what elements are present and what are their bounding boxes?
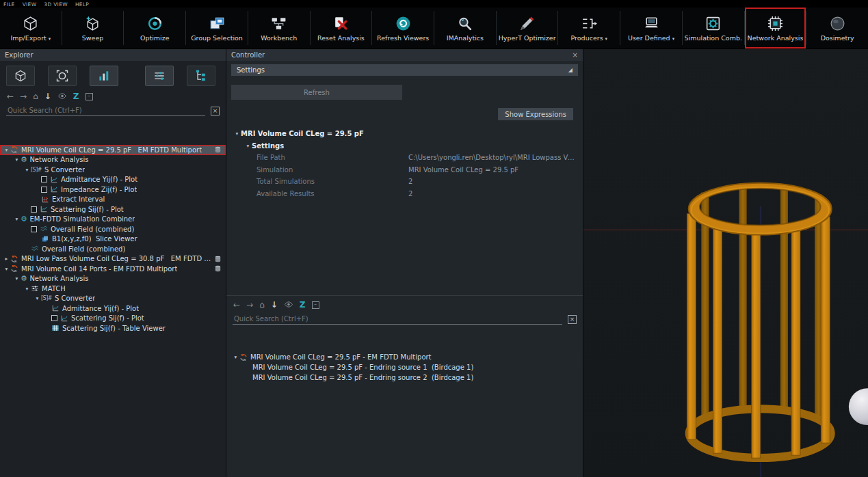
- expand-open-icon[interactable]: ▾: [13, 275, 21, 282]
- clear-search-icon[interactable]: ×: [211, 107, 220, 115]
- tree-item[interactable]: Overall Field (combined): [0, 224, 226, 234]
- toolbar-item-reset-analysis[interactable]: Reset Analysis: [311, 8, 372, 49]
- dropdown-arrow-icon[interactable]: ▾: [49, 36, 51, 42]
- toolbar-item-network-analysis[interactable]: Network Analysis: [745, 8, 806, 49]
- back-arrow-icon[interactable]: ←: [233, 301, 240, 309]
- toolbar-item-sweep[interactable]: Sweep: [62, 8, 124, 49]
- visibility-eye-icon[interactable]: [284, 300, 293, 310]
- tree-item[interactable]: ▾ MRI Volume Coil 14 Ports - EM FDTD Mul…: [0, 264, 226, 274]
- down-arrow-icon[interactable]: ↓: [44, 92, 51, 100]
- expand-open-icon[interactable]: ▾: [233, 131, 241, 137]
- controller-root-row[interactable]: ▾ MRI Volume Coil CLeg = 29.5 pF: [233, 127, 583, 139]
- controller-settings-row[interactable]: ▾ Settings: [233, 139, 583, 152]
- model-view-button[interactable]: [6, 66, 35, 86]
- analysis-view-button[interactable]: [90, 66, 118, 86]
- toolbar-item-optimize[interactable]: Optimize: [124, 8, 185, 49]
- filter-view-button[interactable]: [145, 66, 174, 86]
- producers-icon: [581, 14, 598, 32]
- laptop-icon: [643, 14, 660, 32]
- tree-item[interactable]: Scattering Sij(f) - Plot: [0, 204, 226, 215]
- home-icon[interactable]: ⌂: [33, 92, 38, 100]
- close-icon[interactable]: ×: [573, 51, 578, 59]
- checkbox[interactable]: [31, 206, 37, 213]
- controller-search-input[interactable]: [233, 314, 562, 325]
- property-row[interactable]: Available Results 2: [233, 188, 583, 200]
- expand-open-icon[interactable]: ▾: [34, 295, 41, 301]
- toolbar-item-simulation-comb[interactable]: Simulation Comb.: [683, 8, 744, 49]
- tree-item[interactable]: Impedance Zij(f) - Plot: [0, 185, 226, 195]
- expand-open-icon[interactable]: ▾: [13, 216, 21, 222]
- settings-section-header[interactable]: Settings ◢: [231, 64, 578, 76]
- expand-open-icon[interactable]: ▾: [13, 156, 21, 163]
- expand-closed-icon[interactable]: ▸: [3, 256, 10, 262]
- menu-file[interactable]: FILE: [3, 1, 15, 8]
- down-arrow-icon[interactable]: ↓: [271, 301, 278, 309]
- toolbar-item-refresh-viewers[interactable]: Refresh Viewers: [372, 8, 434, 49]
- tree-item[interactable]: ▾ ⚙ EM-FDTD Simulation Combiner: [0, 215, 226, 225]
- menu-help[interactable]: HELP: [75, 1, 89, 8]
- toolbar-item-hypert-optimizer[interactable]: HyperT Optimizer: [497, 8, 558, 49]
- sim-icon: [239, 353, 248, 362]
- forward-arrow-icon[interactable]: →: [246, 301, 253, 309]
- tree-options-button[interactable]: [187, 66, 215, 86]
- tree-item[interactable]: ▾ [S]# S Converter: [0, 165, 226, 175]
- property-row[interactable]: Total Simulations 2: [233, 176, 583, 188]
- tree-item[interactable]: ▾ MRI Volume Coil CLeg = 29.5 pF EM FDTD…: [0, 145, 226, 155]
- property-label: File Path: [257, 154, 408, 161]
- controller-property-tree: ▾ MRI Volume Coil CLeg = 29.5 pF ▾ Setti…: [233, 127, 583, 200]
- gear-icon: ⚙: [21, 275, 27, 282]
- tree-item[interactable]: ▸ MRI Low Pass Volume Coil CLeg = 30.8 p…: [0, 254, 226, 264]
- property-row[interactable]: File Path C:\Users\yongli.ren\Desktop\ry…: [233, 152, 583, 164]
- explorer-search-input[interactable]: [6, 105, 205, 116]
- expand-open-icon[interactable]: ▾: [23, 167, 31, 173]
- checkbox[interactable]: [31, 226, 37, 232]
- zoom-selection-icon[interactable]: Z: [73, 92, 79, 100]
- show-expressions-button[interactable]: Show Expressions: [498, 108, 573, 120]
- checkbox[interactable]: [41, 187, 47, 193]
- expand-open-icon[interactable]: ▾: [244, 143, 252, 149]
- 3d-viewport[interactable]: [583, 49, 868, 477]
- toolbar-item-imp-export[interactable]: Imp/Export ▾: [0, 8, 62, 49]
- visibility-eye-icon[interactable]: [57, 92, 67, 102]
- tree-item[interactable]: ▾ [S]# S Converter: [0, 294, 226, 304]
- checkbox[interactable]: [41, 176, 47, 182]
- tree-item[interactable]: ▾ ⚙ Network Analysis: [0, 274, 226, 284]
- back-arrow-icon[interactable]: ←: [7, 92, 14, 100]
- tree-item[interactable]: Overall Field (combined): [0, 244, 226, 254]
- toolbar-item-imanalytics[interactable]: IMAnalytics: [434, 8, 496, 49]
- toolbar-item-dosimetry[interactable]: Dosimetry: [806, 8, 868, 49]
- tree-item[interactable]: Admittance Yij(f) - Plot: [0, 175, 226, 185]
- tree-item[interactable]: Scattering Sij(f) - Plot: [0, 314, 226, 324]
- expand-open-icon[interactable]: ▾: [3, 147, 10, 153]
- property-row[interactable]: Simulation MRI Volume Coil CLeg = 29.5 p…: [233, 164, 583, 176]
- toolbar-item-producers[interactable]: Producers ▾: [558, 8, 620, 49]
- source-item[interactable]: MRI Volume Coil CLeg = 29.5 pF - Endring…: [226, 372, 583, 383]
- checkbox[interactable]: [51, 315, 57, 321]
- expand-open-icon[interactable]: ▾: [232, 354, 239, 360]
- refresh-button[interactable]: Refresh: [231, 85, 402, 100]
- source-item[interactable]: MRI Volume Coil CLeg = 29.5 pF - Endring…: [226, 362, 583, 372]
- toolbar-item-user-defined[interactable]: User Defined ▾: [620, 8, 682, 49]
- toolbar-item-group-selection[interactable]: Group Selection: [186, 8, 248, 49]
- select-box-icon[interactable]: –: [312, 301, 319, 309]
- tree-item[interactable]: ▾ ⚙ Network Analysis: [0, 155, 226, 165]
- tree-item[interactable]: ▾ MATCH: [0, 284, 226, 294]
- dropdown-arrow-icon[interactable]: ▾: [672, 36, 675, 42]
- tree-item[interactable]: Admittance Yij(f) - Plot: [0, 303, 226, 314]
- tree-item[interactable]: Scattering Sij(f) - Table Viewer: [0, 323, 226, 333]
- select-box-icon[interactable]: –: [86, 93, 93, 100]
- menu-view[interactable]: VIEW: [23, 1, 37, 8]
- zoom-selection-icon[interactable]: Z: [300, 301, 306, 309]
- forward-arrow-icon[interactable]: →: [20, 92, 27, 100]
- clear-search-icon[interactable]: ×: [568, 315, 577, 324]
- tree-item[interactable]: Extract Interval: [0, 195, 226, 205]
- expand-open-icon[interactable]: ▾: [3, 266, 10, 272]
- tree-item[interactable]: B1(x,y,z,f0) Slice Viewer: [0, 234, 226, 245]
- home-icon[interactable]: ⌂: [259, 301, 265, 309]
- expand-open-icon[interactable]: ▾: [23, 286, 31, 292]
- toolbar-item-workbench[interactable]: Workbench: [248, 8, 310, 49]
- viewport-view-button[interactable]: [48, 66, 77, 86]
- menu-3d-view[interactable]: 3D VIEW: [44, 1, 68, 8]
- source-item[interactable]: ▾ MRI Volume Coil CLeg = 29.5 pF - EM FD…: [226, 352, 583, 362]
- dropdown-arrow-icon[interactable]: ▾: [605, 36, 608, 42]
